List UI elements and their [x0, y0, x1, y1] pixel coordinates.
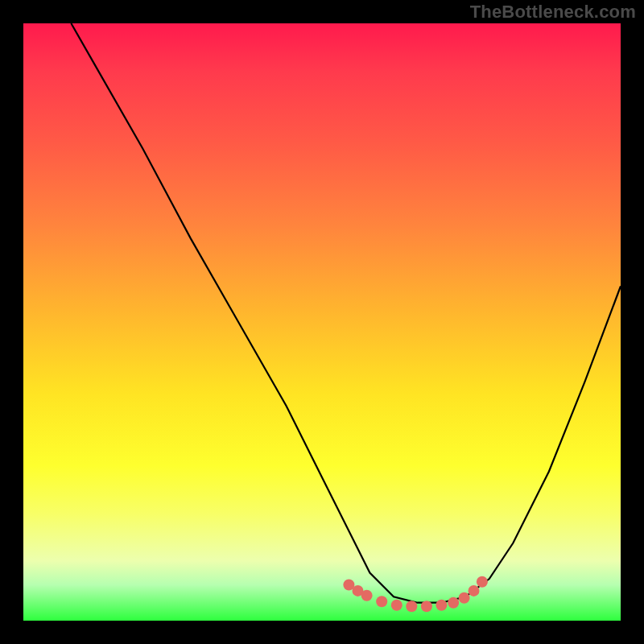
highlight-dot	[421, 601, 432, 612]
highlight-dot	[406, 601, 417, 612]
highlight-dot	[436, 600, 447, 611]
plot-area	[23, 23, 621, 621]
curve-svg	[23, 23, 621, 621]
highlight-dot	[469, 585, 480, 597]
highlight-dot	[459, 592, 470, 604]
chart-frame: TheBottleneck.com	[0, 0, 644, 644]
main-curve-path	[71, 23, 621, 603]
highlight-dot	[361, 590, 373, 601]
highlight-dot	[448, 597, 459, 609]
highlight-dot	[376, 596, 387, 607]
highlight-dot	[391, 600, 402, 611]
highlight-dot	[477, 576, 488, 588]
highlight-dots-group	[343, 576, 488, 612]
watermark-text: TheBottleneck.com	[470, 2, 636, 23]
